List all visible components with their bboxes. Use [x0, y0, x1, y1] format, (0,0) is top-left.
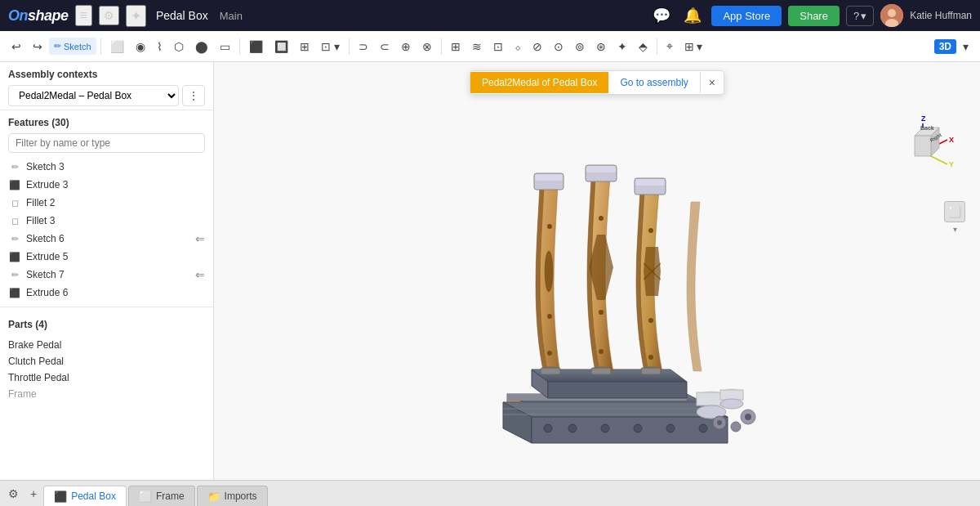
svg-point-36 [648, 355, 653, 360]
tool-4[interactable]: ⬡ [169, 37, 189, 56]
tab-frame[interactable]: ⬜ Frame [128, 486, 195, 507]
fillet-icon: ◻ [8, 196, 21, 209]
tool-6[interactable]: ▭ [215, 37, 235, 56]
settings-icon-button[interactable]: ⚙ [99, 6, 119, 25]
feature-item-extrude6[interactable]: ⬛ Extrude 6 [0, 284, 213, 302]
app-store-button[interactable]: App Store [711, 6, 782, 26]
undo-button[interactable]: ↩ [7, 37, 26, 56]
view-3d-badge[interactable]: 3D [934, 39, 956, 54]
tool-5[interactable]: ⬤ [190, 37, 213, 56]
filter-input[interactable] [8, 133, 205, 153]
tool-2[interactable]: ◉ [131, 37, 150, 56]
go-to-assembly-button[interactable]: Go to assembly [608, 72, 700, 93]
notification-bar: Pedal2Medal of Pedal Box Go to assembly … [470, 70, 724, 95]
tool-13[interactable]: ⊕ [396, 37, 416, 56]
view-controls: ⬜ ▾ [944, 201, 965, 234]
tool-18[interactable]: ⬦ [510, 37, 526, 56]
tool-12[interactable]: ⊂ [375, 37, 394, 56]
assembly-menu-button[interactable]: ⋮ [182, 85, 205, 106]
arrow-icon: ⇐ [195, 232, 205, 245]
hamburger-menu-button[interactable]: ≡ [75, 5, 92, 26]
sidebar: Assembly contexts Pedal2Medal – Pedal Bo… [0, 62, 214, 480]
bottom-tabs: ⚙ + ⬛ Pedal Box ⬜ Frame 📁 Imports [0, 480, 980, 506]
part-item-brake[interactable]: Brake Pedal [0, 337, 213, 353]
tab-imports[interactable]: 📁 Imports [197, 486, 268, 507]
view-style-button[interactable]: ⬜ [944, 201, 965, 222]
feature-name: Sketch 3 [26, 161, 205, 172]
sketch-icon: ✏ [8, 232, 21, 245]
toolbar-divider-5 [657, 38, 657, 55]
user-name[interactable]: Katie Huffman [910, 10, 972, 21]
tool-10[interactable]: ⊡ ▾ [316, 37, 345, 56]
svg-point-64 [745, 414, 751, 420]
tool-14[interactable]: ⊗ [417, 37, 437, 56]
notification-label: Pedal2Medal of Pedal Box [470, 72, 608, 93]
tab-pedal-box[interactable]: ⬛ Pedal Box [43, 486, 127, 507]
toolbar-divider-1 [100, 38, 101, 55]
tool-25[interactable]: ⌖ [662, 36, 678, 56]
svg-rect-38 [541, 368, 560, 374]
part-item-throttle[interactable]: Throttle Pedal [0, 369, 213, 386]
tool-26[interactable]: ⊞ ▾ [679, 37, 708, 56]
svg-point-34 [648, 228, 653, 233]
svg-rect-28 [586, 166, 616, 172]
notification-close-button[interactable]: × [701, 71, 724, 94]
features-title: Features (30) [8, 117, 205, 128]
svg-point-61 [731, 422, 741, 432]
feature-item-sketch6[interactable]: ✏ Sketch 6 ⇐ [0, 230, 213, 248]
tool-1[interactable]: ⬜ [105, 37, 129, 56]
feature-item-fillet2[interactable]: ◻ Fillet 2 [0, 194, 213, 212]
feature-name: Extrude 6 [26, 287, 205, 298]
svg-point-50 [601, 424, 609, 432]
feature-item-extrude3[interactable]: ⬛ Extrude 3 [0, 176, 213, 194]
assembly-context-select[interactable]: Pedal2Medal – Pedal Box [8, 85, 179, 106]
tool-17[interactable]: ⊡ [488, 37, 508, 56]
avatar[interactable] [880, 4, 903, 27]
tool-20[interactable]: ⊙ [549, 37, 568, 56]
view-mode-chevron[interactable]: ▾ [958, 37, 973, 56]
features-header: Features (30) [0, 110, 213, 156]
help-button[interactable]: ? ▾ [846, 6, 874, 26]
feature-name: Sketch 6 [26, 233, 190, 244]
tool-9[interactable]: ⊞ [295, 37, 314, 56]
part-item-clutch[interactable]: Clutch Pedal [0, 353, 213, 369]
tool-11[interactable]: ⊃ [354, 37, 373, 56]
bell-icon-button[interactable]: 🔔 [680, 5, 705, 26]
tool-23[interactable]: ✦ [612, 37, 632, 56]
feature-item-sketch7[interactable]: ✏ Sketch 7 ⇐ [0, 266, 213, 284]
tab-frame-label: Frame [156, 490, 185, 502]
feature-name: Fillet 3 [26, 215, 205, 226]
tool-3[interactable]: ⌇ [152, 37, 167, 56]
tool-22[interactable]: ⊛ [591, 37, 611, 56]
tool-16[interactable]: ≋ [467, 37, 487, 56]
assembly-contexts-section: Assembly contexts Pedal2Medal – Pedal Bo… [0, 62, 213, 110]
share-button[interactable]: Share [788, 6, 840, 26]
feature-name: Sketch 7 [26, 269, 190, 280]
feature-item-extrude5[interactable]: ⬛ Extrude 5 [0, 248, 213, 266]
tool-8[interactable]: 🔲 [270, 37, 293, 56]
tool-15[interactable]: ⊞ [446, 37, 466, 56]
svg-point-1 [888, 9, 896, 17]
tool-19[interactable]: ⊘ [528, 37, 547, 56]
feature-item-sketch3[interactable]: ✏ Sketch 3 [0, 158, 213, 176]
feature-item-fillet3[interactable]: ◻ Fillet 3 [0, 212, 213, 230]
tool-24[interactable]: ⬘ [634, 37, 653, 56]
tool-21[interactable]: ⊚ [570, 37, 590, 56]
svg-point-49 [568, 424, 577, 432]
sidebar-divider-2 [0, 307, 213, 307]
svg-text:X: X [949, 136, 954, 144]
viewport: Pedal2Medal of Pedal Box Go to assembly … [214, 62, 980, 480]
tool-7[interactable]: ⬛ [244, 37, 268, 56]
onshape-logo: Onshape [8, 7, 69, 25]
add-tab-icon-button[interactable]: ⚙ [3, 485, 24, 503]
redo-button[interactable]: ↪ [28, 37, 47, 56]
sketch-button[interactable]: ✏ Sketch [49, 38, 96, 55]
add-icon-button[interactable]: ✦ [126, 5, 146, 27]
new-tab-button[interactable]: + [25, 485, 42, 503]
part-item-frame[interactable]: Frame [0, 386, 213, 402]
chat-icon-button[interactable]: 💬 [649, 5, 674, 26]
help-chevron-icon: ▾ [861, 10, 866, 22]
view-cube[interactable]: X Y Z Back Right [882, 111, 964, 193]
feature-name: Fillet 2 [26, 197, 205, 208]
model-area [214, 62, 980, 480]
